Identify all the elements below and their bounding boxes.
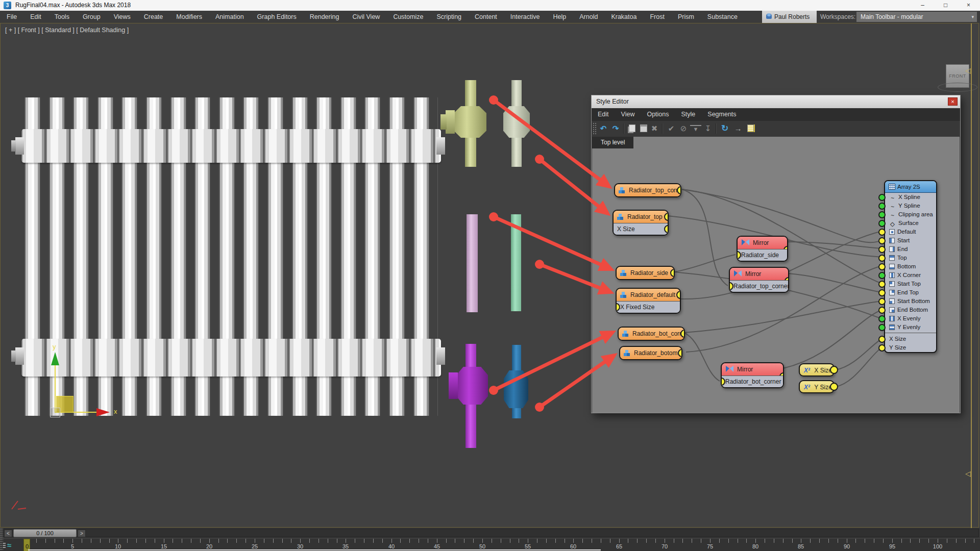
array-input-end-top[interactable]: End Top — [885, 288, 936, 297]
menu-group[interactable]: Group — [76, 11, 107, 23]
menu-tools[interactable]: Tools — [48, 11, 76, 23]
input-port[interactable] — [738, 251, 741, 259]
node-mirror-bot-corner[interactable]: Mirror Radiator_bot_corner — [721, 362, 784, 388]
node-radiator-bot-corner[interactable]: Radiator_bot_corne — [618, 327, 685, 341]
se-menu-style[interactable]: Style — [675, 108, 702, 121]
node-x-size-operator[interactable]: X² X Size — [799, 363, 835, 377]
menu-arnold[interactable]: Arnold — [573, 11, 604, 23]
refresh-icon[interactable]: ↻ — [719, 123, 730, 134]
restore-button[interactable]: □ — [934, 0, 957, 11]
menu-help[interactable]: Help — [547, 11, 573, 23]
input-port[interactable] — [878, 324, 886, 331]
shape-side-spline[interactable] — [467, 214, 478, 312]
menu-rendering[interactable]: Rendering — [303, 11, 346, 23]
timeline-drag-handle[interactable] — [0, 528, 3, 551]
toolbar-drag-handle[interactable] — [593, 122, 596, 135]
menu-edit[interactable]: Edit — [23, 11, 48, 23]
minimize-button[interactable]: – — [911, 0, 934, 11]
input-port[interactable] — [878, 272, 886, 279]
output-port[interactable] — [678, 349, 681, 357]
close-button[interactable]: × — [957, 0, 980, 11]
array-input-x-spline[interactable]: ~X Spline — [885, 193, 936, 202]
disable-icon[interactable]: ⊘ — [678, 123, 689, 134]
paste-icon[interactable] — [640, 124, 647, 132]
node-radiator-botom[interactable]: Radiator_botom — [619, 346, 682, 360]
input-port[interactable] — [878, 220, 886, 227]
input-port[interactable] — [878, 255, 886, 262]
array-input-x-corner[interactable]: X Corner — [885, 271, 936, 280]
undo-icon[interactable]: ↶ — [598, 123, 609, 134]
menu-customize[interactable]: Customize — [386, 11, 430, 23]
array-param-x-size[interactable]: X Size — [885, 335, 936, 343]
menu-interactive[interactable]: Interactive — [504, 11, 547, 23]
menu-modifiers[interactable]: Modifiers — [169, 11, 209, 23]
node-array-2s[interactable]: Array 2S ~X Spline ~Y Spline ~Clipping a… — [884, 180, 937, 353]
menu-graph-editors[interactable]: Graph Editors — [251, 11, 303, 23]
array-input-bottom[interactable]: Bottom — [885, 262, 936, 271]
array-param-y-size[interactable]: Y Size — [885, 343, 936, 352]
input-port[interactable] — [878, 315, 886, 322]
apply-check-icon[interactable]: ✔ — [666, 123, 677, 134]
array-input-top[interactable]: Top — [885, 254, 936, 262]
param-port[interactable] — [664, 225, 668, 233]
redo-icon[interactable]: ↷ — [610, 123, 621, 134]
array-input-x-evenly[interactable]: X Evenly — [885, 314, 936, 323]
curve-mode-icon[interactable]: ≈ — [7, 541, 11, 549]
input-port[interactable] — [878, 289, 886, 296]
menu-animation[interactable]: Animation — [209, 11, 251, 23]
param-row-x-fixed-size[interactable]: X Fixed Size — [617, 301, 680, 313]
radiator-model[interactable] — [24, 97, 438, 416]
array-input-y-evenly[interactable]: Y Evenly — [885, 323, 936, 332]
param-port[interactable] — [878, 344, 886, 352]
style-editor-title-bar[interactable]: Style Editor × — [592, 95, 960, 109]
menu-file[interactable]: File — [0, 11, 23, 23]
se-menu-edit[interactable]: Edit — [592, 108, 615, 121]
array-input-start-top[interactable]: Start Top — [885, 280, 936, 288]
style-editor-close-button[interactable]: × — [948, 97, 958, 106]
array-input-surface[interactable]: ◇Surface — [885, 219, 936, 228]
gizmo-y-arrow[interactable] — [51, 352, 59, 365]
array-input-end[interactable]: End — [885, 245, 936, 254]
menu-civil-view[interactable]: Civil View — [346, 11, 386, 23]
input-port[interactable] — [878, 211, 886, 218]
param-row-x-size[interactable]: X Size — [614, 223, 668, 235]
menu-content[interactable]: Content — [468, 11, 504, 23]
node-mirror-side[interactable]: Mirror Radiator_side — [737, 236, 788, 262]
array-input-default[interactable]: Default — [885, 228, 936, 236]
gizmo-x-arrow[interactable] — [96, 408, 110, 416]
library-icon[interactable] — [747, 124, 754, 132]
viewport-label[interactable]: [ + ] [ Front ] [ Standard ] [ Default S… — [5, 27, 129, 34]
time-slider-track[interactable] — [3, 529, 979, 537]
node-radiator-default[interactable]: Radiator_default X Fixed Size — [616, 288, 681, 314]
input-port[interactable] — [878, 194, 886, 201]
input-port[interactable] — [878, 203, 886, 210]
delete-icon[interactable]: ✖ — [649, 123, 660, 134]
input-port[interactable] — [878, 246, 886, 253]
menu-krakatoa[interactable]: Krakatoa — [604, 11, 643, 23]
menu-scripting[interactable]: Scripting — [430, 11, 468, 23]
array-input-end-bottom[interactable]: End Bottom — [885, 306, 936, 314]
panel-collapse-arrow-icon[interactable]: ◁ — [965, 66, 971, 74]
array-input-y-spline[interactable]: ~Y Spline — [885, 202, 936, 210]
mirror-input-row[interactable]: Radiator_side — [738, 249, 787, 261]
menu-prism[interactable]: Prism — [671, 11, 701, 23]
input-port[interactable] — [730, 282, 733, 290]
menu-views[interactable]: Views — [107, 11, 137, 23]
shape-default-spline[interactable] — [511, 214, 521, 311]
output-port[interactable] — [664, 213, 668, 221]
menu-substance[interactable]: Substance — [701, 11, 744, 23]
menu-create[interactable]: Create — [137, 11, 170, 23]
style-editor-canvas[interactable]: Top level Radiator_top_corne Radiator_to… — [592, 137, 960, 413]
node-mirror-top-corner[interactable]: Mirror Radiator_top_corner — [729, 267, 789, 293]
node-radiator-top-corner[interactable]: Radiator_top_corne — [614, 183, 681, 197]
array-input-clipping-area[interactable]: ~Clipping area — [885, 210, 936, 219]
mirror-input-row[interactable]: Radiator_bot_corner — [722, 375, 783, 387]
input-port[interactable] — [878, 263, 886, 270]
node-y-size-operator[interactable]: X² Y Size — [799, 380, 835, 393]
output-port[interactable] — [830, 366, 838, 374]
output-port[interactable] — [830, 383, 838, 391]
export-icon[interactable]: → — [732, 123, 744, 134]
time-slider-handle[interactable]: 0 / 100 — [13, 529, 77, 537]
menu-frost[interactable]: Frost — [643, 11, 671, 23]
input-port[interactable] — [878, 237, 886, 244]
